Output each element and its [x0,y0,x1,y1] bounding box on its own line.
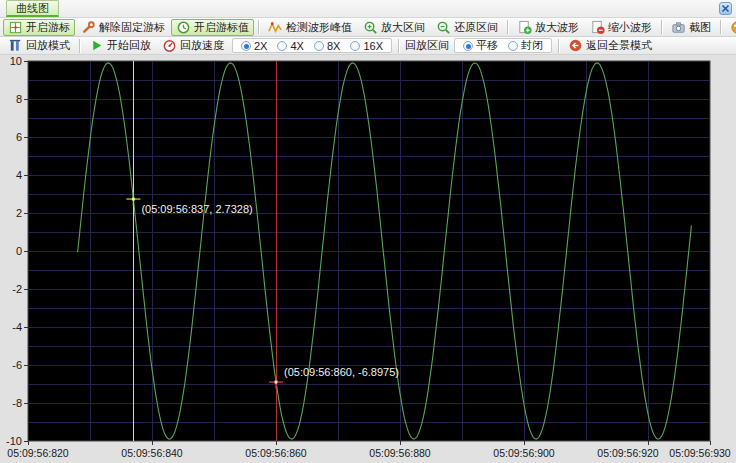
screenshot-button[interactable]: 截图 [666,19,716,36]
cursor-2-value-label: (05:09:56:860, -6.8975) [284,366,399,378]
button-label: 放大波形 [535,20,579,35]
toolbar-playback: 回放模式 开始回放 回放速度 2X 4X [0,37,736,55]
cursor-1-value-label: (05:09:56:837, 2.7328) [141,203,252,215]
playback-mode-button[interactable]: 回放模式 [3,37,75,54]
start-playback-button[interactable]: 开始回放 [84,37,156,54]
y-axis-label: 2 [16,207,22,219]
y-axis-label: -4 [12,321,22,333]
y-axis-label: 4 [16,169,22,181]
y-axis-label: -6 [12,359,22,371]
button-label: 检测波形峰值 [286,20,352,35]
toolbar-separator [558,39,559,53]
button-label: 开始回放 [107,38,151,53]
curve-color-icon [730,20,736,35]
zoom-out-wave-button[interactable]: 缩小波形 [585,19,657,36]
cursor-icon [8,20,23,35]
return-panorama-icon [568,38,583,53]
y-axis-label: 6 [16,131,22,143]
radio-label: 16X [363,40,383,52]
panel-close-button[interactable] [719,2,732,15]
x-axis-label: 05:09:56:920 [597,447,658,459]
toolbar-separator [720,20,721,34]
radio-label: 4X [290,40,303,52]
x-axis-label: 05:09:56:880 [369,447,430,459]
tab-strip: 曲线图 [0,0,736,18]
button-label: 返回全景模式 [586,38,652,53]
radio-label: 封闭 [521,38,543,53]
radio-icon [350,41,360,51]
zoom-in-region-icon [363,20,378,35]
chart-panel: -10-8-6-4-2024681005:09:56:82005:09:56:8… [0,55,736,463]
peak-detect-icon [268,20,283,35]
cursor-1-marker-center [132,198,135,201]
playback-speed-button[interactable]: 回放速度 [157,37,229,54]
toolbar-separator [258,20,259,34]
zoom-out-wave-icon [590,20,605,35]
screenshot-icon [671,20,686,35]
y-axis-label: 8 [16,93,22,105]
button-label: 缩小波形 [608,20,652,35]
interval-option-pan[interactable]: 平移 [463,38,498,53]
playback-mode-icon [8,38,23,53]
speed-option-16x[interactable]: 16X [350,40,383,52]
y-axis-label: -2 [12,283,22,295]
panel-close-icon [721,4,730,13]
button-label: 截图 [689,20,711,35]
radio-icon [277,41,287,51]
x-axis-label: 05:09:56:840 [121,447,182,459]
enable-cursor-value-button[interactable]: 开启游标值 [171,19,254,36]
radio-label: 2X [254,40,267,52]
playback-interval-group: 平移 封闭 [454,38,552,53]
cursor-2-marker-center [275,381,278,384]
button-label: 解除固定游标 [99,20,165,35]
curve-color-button[interactable]: 曲线颜色 [725,19,736,36]
x-axis-label: 05:09:56:930 [669,447,730,459]
radio-icon [314,41,324,51]
playback-speed-group: 2X 4X 8X 16X [232,38,392,53]
unpin-cursor-icon [81,20,96,35]
zoom-in-wave-button[interactable]: 放大波形 [512,19,584,36]
restore-region-icon [436,20,451,35]
button-label: 开启游标值 [194,20,249,35]
enable-cursor-button[interactable]: 开启游标 [3,19,75,36]
button-label: 还原区间 [454,20,498,35]
toolbar-separator [507,20,508,34]
play-icon [89,38,104,53]
toolbar-separator [398,39,399,53]
radio-label: 平移 [476,38,498,53]
playback-interval-label: 回放区间 [403,38,451,53]
radio-icon [241,41,251,51]
toolbar-main: 开启游标 解除固定游标 开启游标值 检测波形峰值 放大区间 [0,18,736,37]
radio-icon [463,41,473,51]
tab-curve-chart[interactable]: 曲线图 [6,0,59,17]
tab-label: 曲线图 [16,1,49,16]
radio-icon [508,41,518,51]
speed-gauge-icon [162,38,177,53]
return-panorama-button[interactable]: 返回全景模式 [563,37,657,54]
button-label: 回放速度 [180,38,224,53]
button-label: 回放模式 [26,38,70,53]
restore-region-button[interactable]: 还原区间 [431,19,503,36]
interval-option-closed[interactable]: 封闭 [508,38,543,53]
x-axis-label: 05:09:56:820 [7,447,68,459]
zoom-in-region-button[interactable]: 放大区间 [358,19,430,36]
speed-option-2x[interactable]: 2X [241,40,267,52]
toolbar-separator [79,39,80,53]
y-axis-label: -8 [12,397,22,409]
cursor-value-icon [176,20,191,35]
detect-peak-button[interactable]: 检测波形峰值 [263,19,357,36]
x-axis-label: 05:09:56:900 [493,447,554,459]
y-axis-label: 0 [16,245,22,257]
button-label: 放大区间 [381,20,425,35]
unpin-cursor-button[interactable]: 解除固定游标 [76,19,170,36]
zoom-in-wave-icon [517,20,532,35]
toolbar-separator [661,20,662,34]
x-axis-label: 05:09:56:860 [245,447,306,459]
curve-viewer-window: 曲线图 开启游标 解除固定游标 开启游标值 [0,0,736,463]
waveform-chart[interactable]: -10-8-6-4-2024681005:09:56:82005:09:56:8… [0,55,736,463]
y-axis-label: -10 [6,435,22,447]
speed-option-4x[interactable]: 4X [277,40,303,52]
speed-option-8x[interactable]: 8X [314,40,340,52]
button-label: 开启游标 [26,20,70,35]
y-axis-label: 10 [10,55,22,67]
